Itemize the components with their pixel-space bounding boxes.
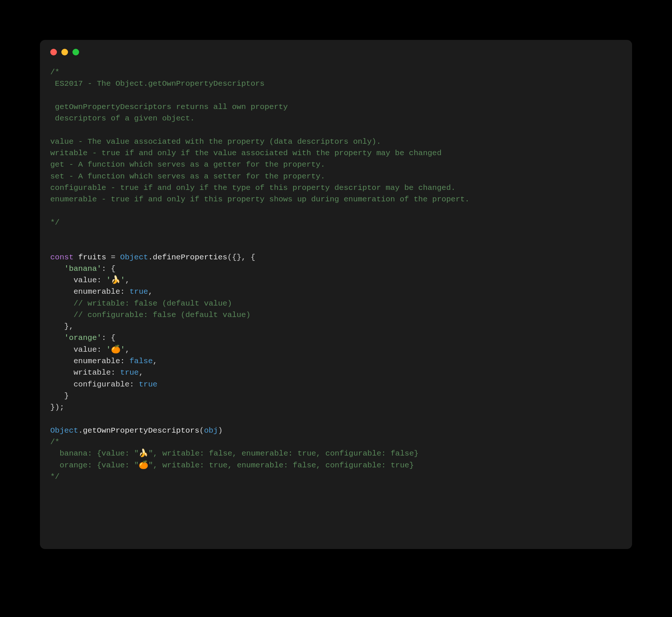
- comment-line: /*: [50, 438, 60, 446]
- comment-line: set - A function which serves as a sette…: [50, 172, 325, 181]
- identifier-fruits: fruits: [78, 253, 106, 262]
- bool-true: true: [120, 368, 139, 377]
- punct: .: [148, 253, 153, 262]
- comment-line: getOwnPropertyDescriptors returns all ow…: [50, 103, 288, 111]
- punct: =: [106, 253, 120, 262]
- punct: (: [199, 426, 204, 435]
- string-banana-key: 'banana': [64, 265, 102, 273]
- code-window: /* ES2017 - The Object.getOwnPropertyDes…: [40, 40, 632, 549]
- prop-enumerable: enumerable: [74, 287, 120, 296]
- prop-configurable: configurable: [74, 380, 129, 389]
- punct: :: [120, 287, 129, 296]
- comment-line: */: [50, 473, 60, 481]
- punct: ({}, {: [227, 253, 255, 262]
- punct: });: [50, 403, 64, 412]
- punct: ,: [153, 357, 157, 365]
- class-object: Object: [50, 426, 78, 435]
- arg-obj: obj: [204, 426, 218, 435]
- punct: ,: [148, 287, 153, 296]
- comment-line: enumerable - true if and only if this pr…: [50, 195, 469, 204]
- punct: :: [111, 368, 120, 377]
- keyword-const: const: [50, 253, 74, 262]
- bool-true: true: [129, 287, 148, 296]
- window-controls: [40, 49, 632, 55]
- maximize-icon[interactable]: [72, 49, 79, 55]
- punct: }: [64, 322, 69, 331]
- punct: ,: [139, 368, 143, 377]
- close-icon[interactable]: [50, 49, 57, 55]
- fn-defineproperties: defineProperties: [153, 253, 227, 262]
- comment-line: orange: {value: "🍊", writable: true, enu…: [50, 461, 414, 470]
- punct: : {: [102, 265, 116, 273]
- punct: : {: [102, 334, 116, 342]
- prop-value: value: [74, 345, 97, 354]
- string-orange-key: 'orange': [64, 334, 102, 342]
- comment-line: // writable: false (default value): [74, 299, 232, 308]
- prop-value: value: [74, 276, 97, 284]
- comment-line: banana: {value: "🍌", writable: false, en…: [50, 449, 418, 458]
- comment-line: configurable - true if and only if the t…: [50, 184, 455, 192]
- punct: :: [120, 357, 129, 365]
- fn-getownpropdesc: getOwnPropertyDescriptors: [83, 426, 199, 435]
- punct: ,: [69, 322, 74, 331]
- bool-false: false: [129, 357, 153, 365]
- class-object: Object: [120, 253, 148, 262]
- punct: :: [129, 380, 139, 389]
- comment-line: value - The value associated with the pr…: [50, 137, 381, 146]
- punct: }: [64, 392, 69, 400]
- punct: ,: [125, 276, 130, 284]
- comment-line: get - A function which serves as a gette…: [50, 160, 325, 169]
- punct: :: [97, 276, 106, 284]
- comment-line: writable - true if and only if the value…: [50, 149, 442, 157]
- comment-line: descriptors of a given object.: [50, 114, 195, 123]
- code-block: /* ES2017 - The Object.getOwnPropertyDes…: [40, 67, 632, 493]
- comment-line: */: [50, 218, 60, 227]
- minimize-icon[interactable]: [61, 49, 68, 55]
- comment-line: /*: [50, 68, 60, 76]
- punct: .: [78, 426, 83, 435]
- prop-enumerable: enumerable: [74, 357, 120, 365]
- punct: :: [97, 345, 106, 354]
- comment-line: ES2017 - The Object.getOwnPropertyDescri…: [50, 79, 265, 88]
- punct: ): [218, 426, 223, 435]
- comment-line: // configurable: false (default value): [74, 311, 251, 319]
- string-banana-emoji: '🍌': [106, 276, 125, 284]
- punct: ,: [125, 345, 130, 354]
- prop-writable: writable: [74, 368, 111, 377]
- bool-true: true: [139, 380, 157, 389]
- string-orange-emoji: '🍊': [106, 345, 125, 354]
